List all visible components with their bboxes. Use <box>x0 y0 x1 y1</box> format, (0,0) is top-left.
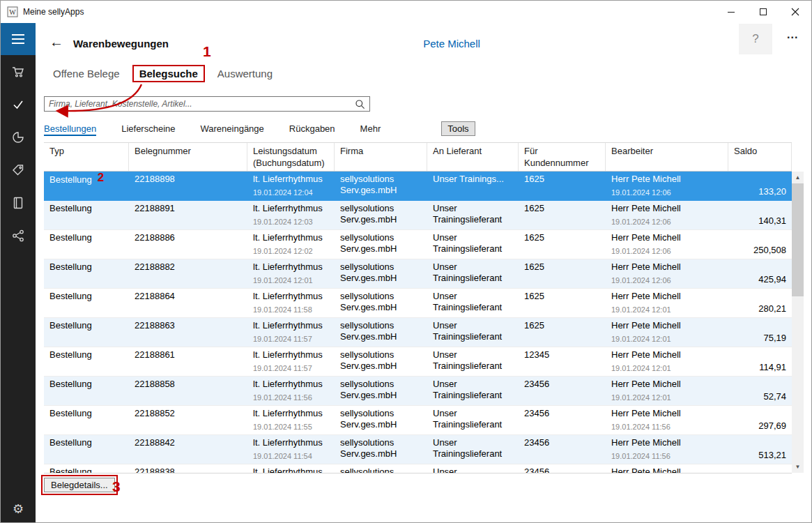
tab-auswertung[interactable]: Auswertung <box>217 65 273 82</box>
cell-saldo: 280,21 <box>728 289 792 317</box>
cell-firma: sellysolutionsServ.ges.mbH <box>335 172 427 200</box>
cell-saldo: 425,94 <box>728 259 792 288</box>
cell-leistungsdatum: lt. Lieferrhythmus19.01.2024 11:57 <box>247 347 335 376</box>
cell-leistungsdatum: lt. Lieferrhythmus19.01.2024 11:56 <box>247 377 335 405</box>
cell-lieferant: UnserTrainingslieferant <box>427 406 519 434</box>
cell-typ: Bestellung <box>44 464 129 473</box>
sidebar-item-catalog[interactable] <box>1 186 36 219</box>
scrollbar-thumb[interactable] <box>792 183 804 296</box>
cell-leistungsdatum: lt. Lieferrhythmus19.01.2024 11:57 <box>247 318 335 347</box>
cell-lieferant: UnserTrainingslieferant <box>427 377 519 405</box>
table-row[interactable]: Bestellung22188864lt. Lieferrhythmus19.0… <box>44 289 792 318</box>
more-button[interactable]: ... <box>787 29 798 41</box>
cell-saldo: 133,20 <box>728 172 792 200</box>
subtab-bar: Bestellungen Lieferscheine Wareneingänge… <box>44 119 475 136</box>
cell-firma: sellysolutionsServ.ges.mbH <box>335 347 427 376</box>
subtab-lieferscheine[interactable]: Lieferscheine <box>121 123 175 136</box>
tools-button[interactable]: Tools <box>441 121 475 136</box>
network-icon <box>11 229 25 243</box>
subtab-bestellungen[interactable]: Bestellungen <box>44 123 96 136</box>
menu-button[interactable] <box>1 23 36 55</box>
documents-table: TypBelegnummerLeistungsdatum (Buchungsda… <box>44 142 792 473</box>
table-row[interactable]: Bestellung22188858lt. Lieferrhythmus19.0… <box>44 377 792 406</box>
cell-typ: Bestellung <box>44 230 129 259</box>
cell-typ: Bestellung <box>44 377 129 405</box>
cell-bearbeiter: Herr Pete Michell19.01.2024 12:01 <box>606 347 728 376</box>
user-name[interactable]: Pete Michell <box>382 38 521 50</box>
sidebar-item-prices[interactable] <box>1 153 36 186</box>
window-controls <box>715 1 811 23</box>
scroll-up-icon[interactable]: ▲ <box>792 172 804 183</box>
search-input[interactable] <box>45 99 355 109</box>
table-row[interactable]: Bestellung22188891lt. Lieferrhythmus19.0… <box>44 201 792 230</box>
cell-lieferant: UnserTrainingslieferant <box>427 289 519 317</box>
cell-typ: Bestellung <box>44 347 129 376</box>
tab-belegsuche[interactable]: Belegsuche <box>132 65 205 82</box>
column-header-5[interactable]: An Lieferant <box>427 143 519 171</box>
sidebar-item-cart[interactable] <box>1 55 36 88</box>
close-button[interactable] <box>779 1 811 23</box>
cell-belegnummer: 22188886 <box>129 230 247 259</box>
titlebar: W Meine sellyApps <box>1 1 811 23</box>
search-box <box>44 96 370 112</box>
cell-lieferant: UnserTrainingslieferant <box>427 347 519 376</box>
cell-bearbeiter: Herr Pete Michell19.01.2024 12:06 <box>606 201 728 229</box>
column-header-3[interactable]: Leistungsdatum (Buchungsdatum) <box>247 143 335 171</box>
table-row[interactable]: Bestellung222188898lt. Lieferrhythmus19.… <box>44 172 792 201</box>
window-title: Meine sellyApps <box>23 7 84 17</box>
cell-leistungsdatum: lt. Lieferrhythmus19.01.2024 12:02 <box>247 230 335 259</box>
cell-firma: sellysolutionsServ.ges.mbH <box>335 435 427 464</box>
cell-bearbeiter: Herr Pete Michell19.01.2024 12:01 <box>606 289 728 317</box>
scroll-down-icon[interactable]: ▼ <box>792 461 804 473</box>
column-header-7[interactable]: Bearbeiter <box>606 143 728 171</box>
column-header-6[interactable]: Für Kundennummer <box>519 143 606 171</box>
help-button[interactable]: ? <box>739 24 772 54</box>
column-header-4[interactable]: Firma <box>335 143 427 171</box>
sidebar-item-warenbewegungen[interactable] <box>1 88 36 121</box>
cell-firma: sellysolutionsServ.ges.mbH <box>335 230 427 259</box>
details-button[interactable]: Belegdetails... <box>44 478 115 492</box>
table-row[interactable]: Bestellung22188886lt. Lieferrhythmus19.0… <box>44 230 792 259</box>
subtab-mehr[interactable]: Mehr <box>360 123 381 136</box>
cell-bearbeiter: Herr Pete Michell <box>606 464 728 473</box>
table-row[interactable]: Bestellung22188838lt. Lieferrhythmussell… <box>44 464 792 473</box>
cell-lieferant: Unser... <box>427 464 519 473</box>
search-icon[interactable] <box>355 99 365 109</box>
sidebar-item-network[interactable] <box>1 219 36 252</box>
table-row[interactable]: Bestellung22188861lt. Lieferrhythmus19.0… <box>44 347 792 377</box>
column-header-2[interactable]: Belegnummer <box>129 143 247 171</box>
cell-leistungsdatum: lt. Lieferrhythmus <box>247 464 335 473</box>
cell-typ: Bestellung <box>44 289 129 317</box>
minimize-button[interactable] <box>715 1 747 23</box>
cell-saldo: 114,91 <box>728 347 792 376</box>
back-button[interactable]: ← <box>49 34 63 50</box>
table-row[interactable]: Bestellung22188863lt. Lieferrhythmus19.0… <box>44 318 792 347</box>
cell-lieferant: UnserTrainingslieferant <box>427 435 519 464</box>
cell-kundennummer: 23456 <box>519 406 606 434</box>
table-body: Bestellung222188898lt. Lieferrhythmus19.… <box>44 172 792 473</box>
cell-kundennummer: 1625 <box>519 318 606 347</box>
column-header-8[interactable]: Saldo <box>728 143 792 171</box>
cell-firma: sellysolutionsServ.ges.mbH <box>335 406 427 434</box>
table-row[interactable]: Bestellung22188882lt. Lieferrhythmus19.0… <box>44 259 792 289</box>
table-row[interactable]: Bestellung22188842lt. Lieferrhythmus19.0… <box>44 435 792 464</box>
cell-saldo: 140,31 <box>728 201 792 229</box>
maximize-button[interactable] <box>747 1 779 23</box>
column-header-1[interactable]: Typ <box>44 143 129 171</box>
cell-lieferant: Unser Trainings... <box>427 172 519 200</box>
cell-kundennummer: 1625 <box>519 230 606 259</box>
settings-button[interactable]: ⚙ <box>1 501 36 517</box>
cell-belegnummer: 22188863 <box>129 318 247 347</box>
vertical-scrollbar[interactable]: ▲ ▼ <box>792 172 804 473</box>
table-row[interactable]: Bestellung22188852lt. Lieferrhythmus19.0… <box>44 406 792 435</box>
cell-kundennummer: 1625 <box>519 259 606 288</box>
cell-kundennummer: 23456 <box>519 377 606 405</box>
cell-kundennummer: 1625 <box>519 201 606 229</box>
subtab-wareneingaenge[interactable]: Wareneingänge <box>201 123 264 136</box>
cell-belegnummer: 22188858 <box>129 377 247 405</box>
cell-belegnummer: 22188842 <box>129 435 247 464</box>
tab-offene-belege[interactable]: Offene Belege <box>53 65 120 82</box>
sidebar-item-statistics[interactable] <box>1 121 36 153</box>
cell-bearbeiter: Herr Pete Michell19.01.2024 11:56 <box>606 406 728 434</box>
subtab-rueckgaben[interactable]: Rückgaben <box>289 123 335 136</box>
